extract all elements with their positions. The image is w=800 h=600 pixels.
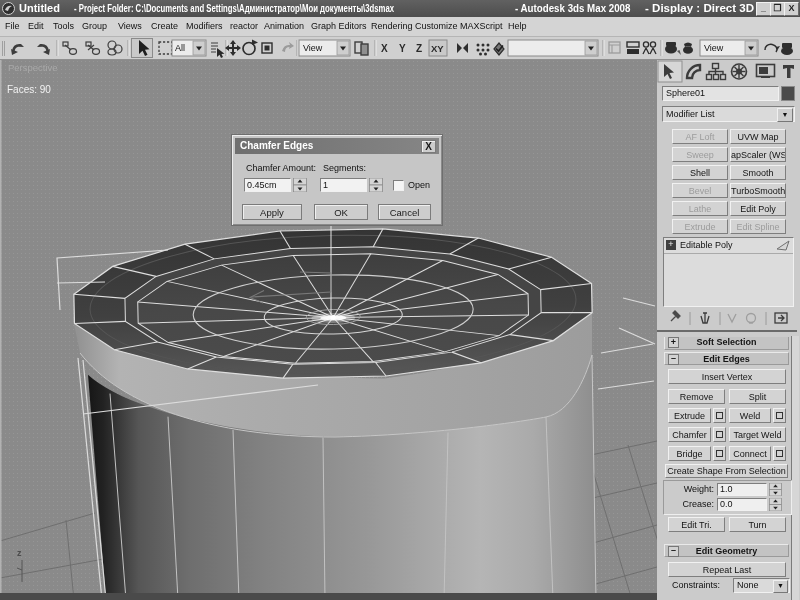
svg-text:View: View [303, 43, 323, 53]
svg-text:X: X [381, 43, 388, 54]
svg-text:Faces: 90: Faces: 90 [7, 84, 51, 95]
svg-text:All: All [175, 43, 185, 53]
svg-text:Y: Y [399, 43, 406, 54]
svg-text:Perspective: Perspective [8, 62, 58, 73]
svg-text:View: View [704, 43, 724, 53]
svg-text:z: z [17, 548, 22, 558]
svg-text:Z: Z [416, 43, 422, 54]
svg-text:XY: XY [431, 43, 444, 54]
